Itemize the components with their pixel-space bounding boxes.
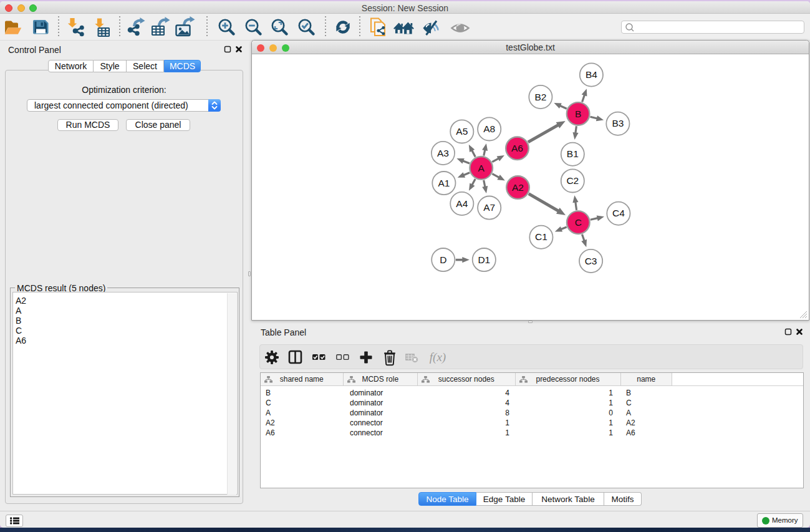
- svg-text:D: D: [440, 254, 446, 265]
- svg-text:A4: A4: [456, 198, 468, 209]
- svg-text:C2: C2: [566, 175, 579, 186]
- svg-text:B2: B2: [534, 92, 546, 102]
- svg-text:A1: A1: [438, 178, 450, 188]
- svg-text:B: B: [575, 109, 581, 119]
- svg-text:C: C: [575, 217, 582, 228]
- svg-text:B3: B3: [612, 118, 624, 128]
- svg-text:A: A: [478, 163, 485, 173]
- svg-text:A2: A2: [512, 182, 524, 193]
- svg-text:C3: C3: [585, 256, 597, 266]
- svg-text:A3: A3: [437, 148, 449, 158]
- svg-text:A5: A5: [456, 126, 468, 137]
- svg-text:B4: B4: [586, 69, 597, 80]
- svg-text:A8: A8: [483, 123, 495, 134]
- svg-text:A7: A7: [483, 202, 495, 213]
- svg-text:B1: B1: [567, 148, 579, 159]
- svg-text:A6: A6: [511, 143, 523, 153]
- svg-text:C1: C1: [535, 231, 547, 242]
- svg-text:C4: C4: [612, 208, 625, 218]
- svg-text:D1: D1: [478, 254, 490, 265]
